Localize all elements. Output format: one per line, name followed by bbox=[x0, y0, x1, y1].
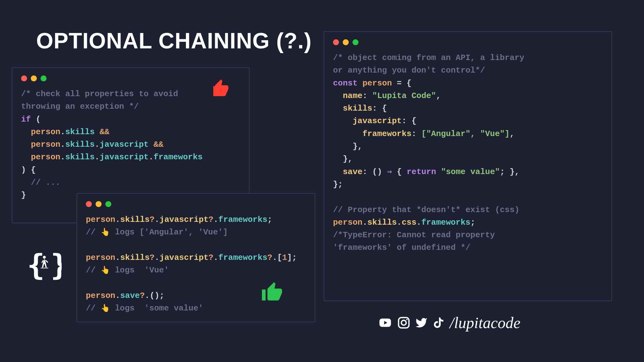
tok-array: ["Angular", "Vue"] bbox=[421, 129, 510, 139]
tok-and: && bbox=[153, 140, 163, 149]
handle-text: /lupitacode bbox=[450, 314, 520, 332]
maximize-icon bbox=[105, 201, 111, 207]
tok-skills: skills bbox=[65, 127, 95, 137]
tok-frameworks: frameworks bbox=[421, 218, 470, 227]
tok-skills: skills bbox=[65, 140, 95, 149]
log-comment: logs 'Vue' bbox=[115, 266, 169, 275]
kw-if: if bbox=[21, 115, 31, 124]
svg-point-6 bbox=[401, 320, 406, 325]
tok-person: person bbox=[86, 291, 115, 300]
code-comment: /* check all properties to avoid throwin… bbox=[21, 89, 178, 111]
tok-person: person bbox=[333, 218, 363, 227]
svg-text:}: } bbox=[51, 249, 62, 282]
kw-return: return bbox=[407, 167, 436, 177]
code-ellipsis: // ... bbox=[31, 178, 60, 187]
tok-person: person bbox=[31, 140, 60, 149]
pointing-icon: 👆 bbox=[101, 266, 110, 275]
close-icon bbox=[333, 39, 339, 45]
code-block-3: /* object coming from an API, a library … bbox=[333, 52, 603, 254]
maximize-icon bbox=[41, 75, 47, 81]
tok-frameworks: frameworks bbox=[218, 215, 267, 224]
youtube-icon[interactable] bbox=[377, 316, 394, 329]
code-window-object: /* object coming from an API, a library … bbox=[324, 31, 612, 301]
tok-person: person bbox=[86, 215, 115, 224]
log-comment: logs ['Angular', 'Vue'] bbox=[115, 228, 228, 237]
pointing-icon: 👆 bbox=[101, 228, 110, 237]
twitter-icon[interactable] bbox=[414, 316, 429, 329]
svg-point-7 bbox=[406, 319, 408, 320]
tok-javascript: javascript bbox=[353, 116, 402, 126]
code-block-1: /* check all properties to avoid throwin… bbox=[21, 88, 240, 202]
traffic-lights bbox=[86, 201, 306, 207]
minimize-icon bbox=[96, 201, 102, 207]
brand-logo-icon: { } bbox=[27, 249, 62, 285]
traffic-lights bbox=[21, 75, 240, 81]
tok-javascript: javascript bbox=[159, 215, 208, 224]
traffic-lights bbox=[333, 39, 603, 45]
tok-retval: "some value" bbox=[441, 167, 500, 177]
tok-css: css bbox=[402, 218, 416, 227]
svg-point-2 bbox=[43, 256, 46, 259]
tok-name: name bbox=[343, 91, 362, 101]
tok-person: person bbox=[31, 152, 60, 162]
pointing-icon: 👆 bbox=[101, 304, 110, 313]
svg-rect-3 bbox=[41, 268, 48, 268]
tok-skills: skills bbox=[120, 215, 150, 224]
social-bar: /lupitacode bbox=[377, 314, 520, 332]
tok-frameworks: frameworks bbox=[363, 129, 412, 139]
instagram-icon[interactable] bbox=[397, 316, 411, 330]
tok-skills: skills bbox=[65, 152, 95, 162]
svg-text:{: { bbox=[27, 249, 45, 282]
tok-javascript: javascript bbox=[100, 140, 149, 149]
thumbs-up-icon bbox=[261, 281, 283, 305]
tok-person: person bbox=[31, 127, 60, 137]
tok-person: person bbox=[86, 253, 115, 262]
tok-javascript: javascript bbox=[159, 253, 208, 262]
tok-save: save bbox=[343, 167, 362, 177]
tok-person: person bbox=[363, 79, 392, 88]
tok-save: save bbox=[120, 291, 140, 300]
log-comment: logs 'some value' bbox=[115, 304, 203, 313]
tok-skills: skills bbox=[343, 104, 372, 113]
code-comment: /* object coming from an API, a library … bbox=[333, 53, 525, 75]
minimize-icon bbox=[343, 39, 349, 45]
page-title: OPTIONAL CHAINING (?.) bbox=[36, 28, 312, 53]
tok-and: && bbox=[100, 127, 109, 137]
tok-javascript: javascript bbox=[100, 152, 149, 162]
tok-skills: skills bbox=[367, 218, 397, 227]
kw-const: const bbox=[333, 79, 358, 88]
tok-index: 1 bbox=[282, 253, 287, 262]
minimize-icon bbox=[31, 75, 37, 81]
tok-frameworks: frameworks bbox=[218, 253, 267, 262]
tiktok-icon[interactable] bbox=[432, 316, 445, 330]
tok-name-value: "Lupita Code" bbox=[372, 91, 436, 101]
close-icon bbox=[86, 201, 92, 207]
code-comment: /*TypeError: Cannot read property 'frame… bbox=[333, 230, 495, 252]
tok-skills: skills bbox=[120, 253, 150, 262]
close-icon bbox=[21, 75, 27, 81]
tok-frameworks: frameworks bbox=[153, 152, 203, 162]
code-comment: // Property that *doesn't* exist (css) bbox=[333, 205, 519, 215]
maximize-icon bbox=[353, 39, 358, 45]
thumbs-down-icon bbox=[209, 79, 229, 100]
